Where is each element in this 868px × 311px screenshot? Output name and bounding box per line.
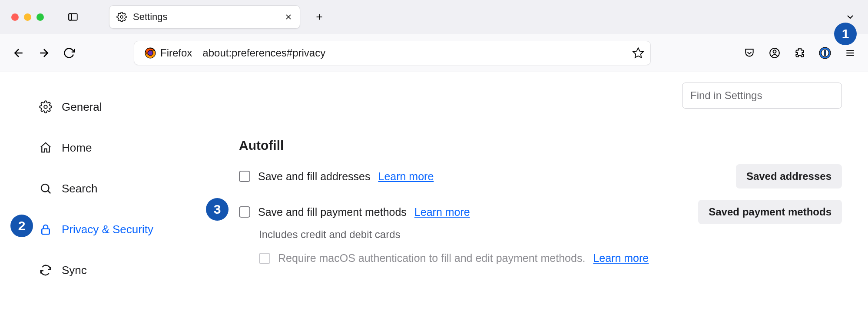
browser-tab-settings[interactable]: Settings [109,5,300,29]
saved-addresses-button[interactable]: Saved addresses [736,164,842,189]
label-require-auth: Require macOS authentication to fill and… [278,252,585,265]
gear-icon [116,12,127,22]
svg-rect-1 [69,13,72,20]
pref-row-require-auth: Require macOS authentication to fill and… [259,252,842,265]
callout-badge-3: 3 [206,198,229,221]
callout-badge-2: 2 [10,215,33,237]
tabs-dropdown-button[interactable] [843,10,858,24]
new-tab-button[interactable] [311,9,327,25]
account-button[interactable] [767,46,782,60]
extensions-button[interactable] [792,46,807,60]
sync-icon [39,264,52,277]
reload-button[interactable] [61,45,77,61]
nav-item-privacy[interactable]: Privacy & Security [39,214,187,245]
svg-point-13 [773,50,776,53]
svg-point-20 [44,105,47,109]
gear-icon [39,100,52,113]
label-save-payments: Save and fill payment methods [258,206,407,218]
bookmark-star-icon[interactable] [632,47,644,59]
settings-nav: General Home Search Privacy & Security S… [0,72,187,311]
window-controls [11,13,44,21]
browser-toolbar: Firefox about:preferences#privacy [0,34,868,72]
firefox-icon [145,47,156,59]
settings-page: General Home Search Privacy & Security S… [0,72,868,311]
pref-row-addresses: Save and fill addresses Learn more Saved… [239,164,842,189]
app-menu-button[interactable] [843,46,858,60]
lock-icon [39,223,52,236]
minimize-window-button[interactable] [24,13,31,21]
nav-item-label: Search [62,182,97,195]
checkbox-save-payments[interactable] [239,206,250,218]
svg-line-22 [48,191,50,193]
callout-badge-1: 1 [834,23,857,45]
checkbox-require-auth [259,253,270,264]
svg-point-10 [148,50,153,56]
checkbox-save-addresses[interactable] [239,171,250,182]
pref-row-payments: Save and fill payment methods Learn more… [239,200,842,224]
learn-more-addresses-link[interactable]: Learn more [378,170,434,183]
back-button[interactable] [10,45,27,61]
identity-chip[interactable]: Firefox [140,45,196,61]
pocket-button[interactable] [742,46,757,60]
saved-payments-button[interactable]: Saved payment methods [698,200,842,224]
nav-item-label: Sync [62,264,87,277]
address-bar[interactable]: Firefox about:preferences#privacy [134,41,651,65]
nav-item-general[interactable]: General [39,91,187,122]
find-in-settings-input[interactable] [682,83,842,109]
learn-more-require-auth-link[interactable]: Learn more [593,252,649,265]
svg-point-21 [41,184,49,192]
nav-item-sync[interactable]: Sync [39,255,187,286]
nav-item-label: General [62,100,102,114]
settings-content: Autofill Save and fill addresses Learn m… [187,72,868,311]
svg-point-2 [120,16,123,18]
search-icon [39,182,52,195]
autofill-heading: Autofill [239,138,842,153]
sidebar-toggle-button[interactable] [66,10,80,24]
home-icon [39,141,52,154]
forward-button[interactable] [36,45,52,61]
payments-note: Includes credit and debit cards [259,228,842,241]
onepassword-button[interactable] [818,46,832,60]
url-text: about:preferences#privacy [202,47,626,59]
svg-rect-16 [824,50,826,56]
svg-rect-23 [42,229,50,235]
close-tab-icon[interactable] [284,13,293,21]
window-titlebar: Settings [0,0,868,34]
svg-marker-11 [633,48,643,57]
nav-item-home[interactable]: Home [39,132,187,163]
label-save-addresses: Save and fill addresses [258,170,370,183]
nav-item-label: Home [62,141,92,155]
tab-title: Settings [133,11,278,23]
find-in-settings-wrap [682,83,842,109]
learn-more-payments-link[interactable]: Learn more [414,206,470,218]
zoom-window-button[interactable] [36,13,44,21]
identity-label: Firefox [160,47,192,59]
nav-item-label: Privacy & Security [62,223,153,236]
close-window-button[interactable] [11,13,19,21]
toolbar-right-group [742,46,858,60]
nav-item-search[interactable]: Search [39,173,187,204]
svg-rect-0 [69,13,77,20]
